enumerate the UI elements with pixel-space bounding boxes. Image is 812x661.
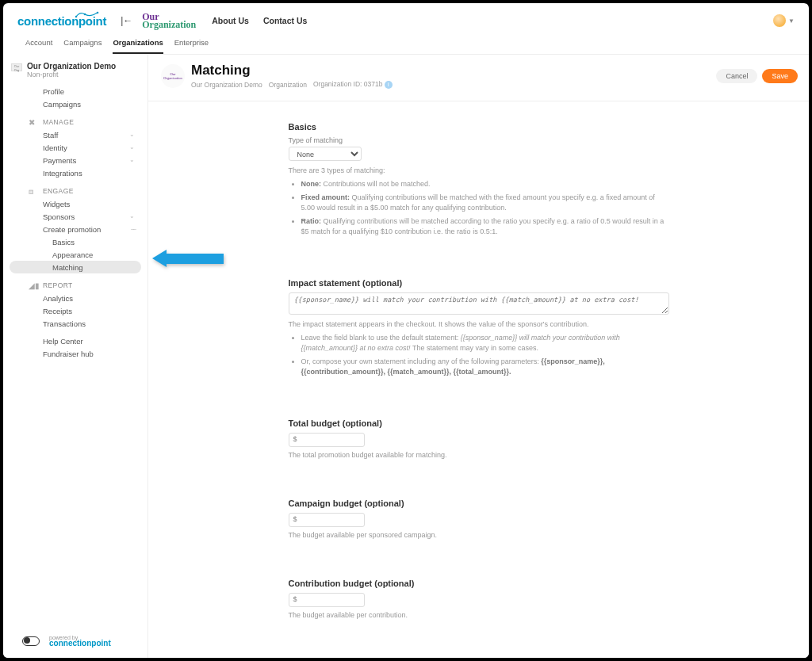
sidebar-analytics[interactable]: Analytics [3, 292, 147, 304]
help-types-intro: There are 3 types of matching: [289, 166, 669, 176]
report-icon: ◢▮ [29, 281, 40, 290]
sidebar-sponsors[interactable]: Sponsors⌄ [3, 210, 147, 223]
impact-help-list: Leave the field blank to use the default… [289, 333, 669, 378]
help-contribution-budget: The budget available per contribution. [289, 610, 669, 621]
crumb-type[interactable]: Organization [269, 81, 307, 89]
section-campaign-budget: Campaign budget (optional) [289, 499, 669, 508]
collapse-sidebar-icon[interactable]: |← [121, 15, 132, 26]
callout-arrow [152, 250, 224, 267]
tab-account[interactable]: Account [25, 38, 52, 54]
avatar-menu-caret[interactable]: ▼ [788, 17, 795, 25]
sidebar-sub-appearance[interactable]: Appearance [3, 248, 147, 261]
crumb-id: Organization ID: 0371b i [313, 80, 393, 89]
dark-mode-toggle[interactable] [22, 636, 40, 646]
info-icon[interactable]: i [385, 81, 393, 89]
contribution-budget-input[interactable] [289, 593, 365, 607]
sidebar-help-center[interactable]: Help Center [3, 334, 147, 347]
sidebar-section-report: ◢▮REPORT [3, 273, 147, 292]
breadcrumb: Our Organization Demo Organization Organ… [191, 80, 393, 89]
impact-statement-textarea[interactable] [289, 292, 669, 315]
org-logo: OurOrganization [142, 13, 196, 29]
sidebar-staff[interactable]: Staff⌄ [3, 128, 147, 141]
matching-types-list: None: Contributions will not be matched.… [289, 179, 669, 238]
sidebar-create-promotion[interactable]: Create promotion–– [3, 223, 147, 235]
wrench-icon: ✖ [29, 118, 35, 127]
svg-point-1 [84, 13, 86, 15]
avatar[interactable] [773, 14, 786, 27]
sidebar-fundraiser-hub[interactable]: Fundraiser hub [3, 347, 147, 360]
sidebar: OurOrg Our Organization Demo Non-profit … [3, 54, 148, 658]
sidebar-payments[interactable]: Payments⌄ [3, 154, 147, 166]
sidebar-receipts[interactable]: Receipts [3, 304, 147, 317]
section-basics: Basics [289, 122, 669, 132]
sidebar-section-engage: ⧈ENGAGE [3, 179, 147, 197]
sidebar-org-header[interactable]: OurOrg Our Organization Demo Non-profit [3, 60, 147, 85]
total-budget-input[interactable] [289, 433, 365, 447]
sidebar-transactions[interactable]: Transactions [3, 317, 147, 330]
chevron-down-icon: ⌄ [129, 131, 135, 139]
crumb-org[interactable]: Our Organization Demo [191, 81, 262, 89]
org-thumb-icon: OurOrg [11, 63, 22, 71]
help-impact: The impact statement appears in the chec… [289, 319, 669, 330]
svg-point-2 [97, 11, 99, 13]
sidebar-campaigns[interactable]: Campaigns [3, 97, 147, 110]
powered-by: powered byconnectionpoint [49, 635, 111, 647]
tab-organizations[interactable]: Organizations [113, 38, 163, 54]
page-org-thumb: OurOrganization [161, 64, 185, 88]
sidebar-identity[interactable]: Identity⌄ [3, 141, 147, 154]
nav-about[interactable]: About Us [212, 16, 249, 25]
save-button[interactable]: Save [762, 69, 798, 83]
tab-enterprise[interactable]: Enterprise [174, 38, 209, 54]
chevron-down-icon: ⌄ [129, 143, 135, 152]
sidebar-sub-matching[interactable]: Matching [10, 261, 141, 273]
chevron-down-icon: ⌄ [129, 212, 135, 221]
sidebar-widgets[interactable]: Widgets [3, 197, 147, 210]
help-total-budget: The total promotion budget available for… [289, 450, 669, 460]
section-impact-statement: Impact statement (optional) [289, 278, 669, 288]
chevron-up-icon: –– [131, 225, 135, 234]
engage-icon: ⧈ [29, 187, 33, 197]
sidebar-profile[interactable]: Profile [3, 85, 147, 97]
section-total-budget: Total budget (optional) [289, 418, 669, 428]
sidebar-sub-basics[interactable]: Basics [3, 235, 147, 248]
nav-contact[interactable]: Contact Us [263, 16, 307, 25]
sidebar-integrations[interactable]: Integrations [3, 166, 147, 179]
campaign-budget-input[interactable] [289, 513, 365, 527]
help-campaign-budget: The budget available per sponsored campa… [289, 530, 669, 541]
select-matching-type[interactable]: None [289, 147, 362, 161]
page-title: Matching [191, 63, 393, 78]
cancel-button[interactable]: Cancel [716, 69, 757, 83]
chevron-down-icon: ⌄ [129, 156, 135, 165]
tab-campaigns[interactable]: Campaigns [63, 38, 102, 54]
sidebar-section-manage: ✖MANAGE [3, 110, 147, 128]
brand-logo[interactable]: connectionpoint [17, 14, 106, 28]
label-type-of-matching: Type of matching [289, 136, 669, 144]
section-contribution-budget: Contribution budget (optional) [289, 579, 669, 588]
